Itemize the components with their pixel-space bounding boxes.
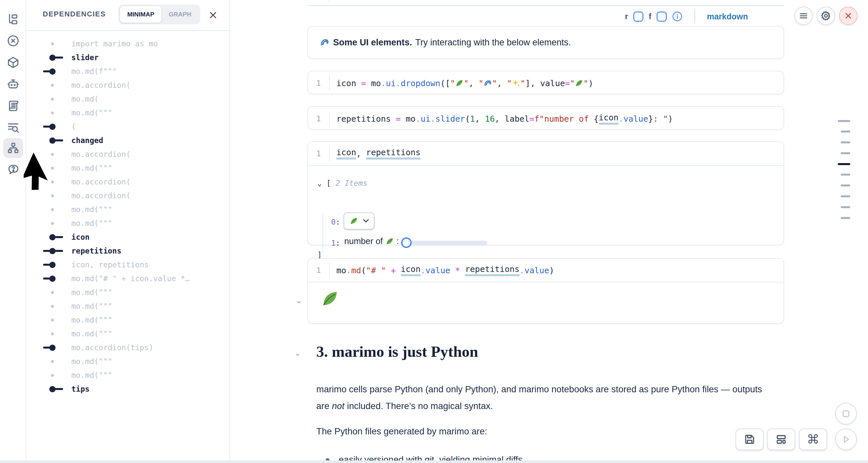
leaf-output [308, 282, 783, 323]
tree-index-0: 0: [331, 218, 340, 226]
cell-dropdown-code[interactable]: 1 icon = mo.ui.dropdown(["", "", ""], va… [307, 71, 784, 94]
keyboard-shortcuts-button[interactable]: ⌘ [799, 429, 827, 450]
dependencies-panel: DEPENDENCIES MINIMAP GRAPH import marimo… [26, 0, 230, 463]
cell-slider-code[interactable]: 1 repetitions = mo.ui.slider(1, 16, labe… [307, 106, 784, 130]
scroll-marker-line[interactable] [841, 142, 850, 143]
minimap-item[interactable]: mo.accordion( [26, 78, 230, 92]
sidebar-item-help[interactable] [3, 159, 23, 179]
minimap-item-label: mo.md(""" [71, 216, 113, 230]
output-collapse-icon[interactable]: ⌄ [295, 295, 303, 306]
minimap-item[interactable]: mo.md(""" [26, 106, 230, 120]
minimap-item[interactable]: icon [26, 230, 230, 244]
scroll-marker-line[interactable] [841, 174, 850, 176]
minimap-item[interactable]: mo.md(""" [26, 216, 230, 230]
sidebar-item-scratchpad[interactable] [3, 96, 23, 116]
sidebar-item-ai-assistant[interactable] [3, 74, 23, 94]
dependency-marker-icon [45, 92, 63, 106]
md-output-bold: Some UI elements. [333, 37, 412, 48]
minimap-item-label: mo.md(""" [71, 106, 113, 120]
leaf-icon [455, 79, 464, 88]
minimap-item[interactable]: changed [26, 133, 230, 147]
code-line: icon, repetitions [336, 148, 421, 159]
cell-md-concat[interactable]: 1 mo.md("# " + icon.value * repetitions.… [307, 258, 784, 324]
minimap-item-label: mo.md(""" [71, 285, 113, 299]
section-heading: 3. marimo is just Python [316, 343, 478, 361]
dependency-marker-icon [45, 327, 63, 341]
run-button[interactable] [835, 429, 857, 450]
sidebar-item-variables[interactable] [3, 31, 23, 51]
repetitions-slider-thumb[interactable] [401, 238, 412, 248]
minimap-item-label: import marimo as mo [71, 37, 158, 51]
minimap-item-label: mo.md(""" [71, 161, 113, 175]
view-tabs: MINIMAP GRAPH [118, 5, 200, 24]
scroll-marker-line[interactable] [841, 152, 850, 154]
info-icon[interactable] [672, 11, 683, 22]
layout-toggle-button[interactable] [767, 429, 795, 450]
scroll-marker-line[interactable] [841, 217, 850, 219]
scroll-marker-line[interactable] [838, 120, 850, 122]
minimap-item[interactable]: mo.md(""" [26, 203, 230, 216]
wave-icon [320, 37, 330, 48]
tab-minimap[interactable]: MINIMAP [120, 6, 161, 23]
sidebar-item-snippets[interactable] [3, 118, 23, 137]
cell-language-label[interactable]: markdown [707, 12, 748, 21]
icon-dropdown[interactable] [344, 212, 374, 229]
stop-button[interactable] [835, 403, 857, 425]
minimap-item[interactable]: tips [26, 382, 230, 396]
leaf-icon [349, 217, 358, 225]
minimap-item[interactable]: mo.md(""" [26, 368, 230, 382]
tab-graph[interactable]: GRAPH [161, 6, 198, 23]
bottom-scroll-strip[interactable] [0, 460, 868, 463]
scroll-marker-line[interactable] [841, 130, 850, 132]
dependency-marker-icon [45, 51, 63, 64]
line-number: 1 [308, 266, 329, 275]
minimap-item[interactable]: slider [26, 51, 230, 64]
minimap-item[interactable]: ( [26, 120, 230, 133]
minimap-item[interactable]: mo.md(""" [26, 354, 230, 368]
chevron-down-icon [363, 219, 369, 223]
tree-header[interactable]: ⌄ [ 2 Items [317, 179, 367, 187]
scroll-marker-line[interactable] [841, 206, 850, 208]
leaf-icon [320, 290, 339, 308]
wave-icon [484, 79, 492, 88]
minimap-item-label: repetitions [71, 244, 121, 258]
f-checkbox[interactable] [657, 11, 667, 22]
cell-tuple[interactable]: 1 icon, repetitions ⌄ [ 2 Items 0: 1: nu… [307, 142, 784, 245]
minimap-item[interactable]: repetitions [26, 244, 230, 258]
leaf-icon [575, 79, 583, 88]
cell-md-output[interactable]: Some UI elements. Try interacting with t… [307, 26, 784, 59]
settings-button[interactable] [817, 7, 835, 25]
minimap-item-label: mo.accordion( [71, 147, 130, 161]
scroll-marker-line[interactable] [838, 163, 850, 165]
minimap-item[interactable]: mo.md(""" [26, 327, 230, 341]
notebook-menu-button[interactable] [794, 7, 813, 25]
minimap-item[interactable]: icon, repetitions [26, 258, 230, 272]
r-checkbox[interactable] [633, 11, 644, 22]
leaf-icon [575, 79, 583, 88]
minimap-item[interactable]: mo.md(""" [26, 299, 230, 313]
minimap-item[interactable]: mo.md(f""" [26, 64, 230, 78]
save-button[interactable] [736, 429, 764, 450]
minimap-item[interactable]: mo.md(""" [26, 285, 230, 299]
sidebar-item-packages[interactable] [3, 53, 23, 72]
minimap-item-label: mo.md("# " + icon.value *… [71, 272, 190, 285]
minimap-item[interactable]: import marimo as mo [26, 37, 230, 51]
minimap-item[interactable]: mo.md(""" [26, 313, 230, 327]
tree-output: ⌄ [ 2 Items 0: 1: number of : ] [308, 166, 783, 245]
tree-collapse-icon[interactable]: ⌄ [317, 179, 322, 187]
dependency-marker-icon [45, 203, 63, 216]
sidebar-item-file-tree[interactable] [3, 9, 23, 29]
minimap-item[interactable]: mo.md( [26, 92, 230, 106]
scroll-marker-line[interactable] [841, 195, 850, 197]
section-collapse-icon[interactable]: ⌄ [294, 348, 301, 358]
clipped-code-line[interactable]: 1 Some UI elements. Try interacting with… [307, 0, 784, 5]
minimap-item-label: changed [71, 133, 103, 147]
panel-close-button[interactable] [207, 8, 220, 22]
scroll-marker-line[interactable] [841, 184, 850, 186]
minimap-item[interactable]: mo.md("# " + icon.value *… [26, 272, 230, 285]
minimap-item-label: mo.md(""" [71, 368, 113, 382]
sidebar-item-dependencies[interactable] [3, 138, 23, 158]
md-output-text: Try interacting with the below elements. [415, 37, 571, 48]
repetitions-slider-track[interactable] [404, 241, 487, 246]
minimap-item[interactable]: mo.accordion(tips) [26, 341, 230, 354]
